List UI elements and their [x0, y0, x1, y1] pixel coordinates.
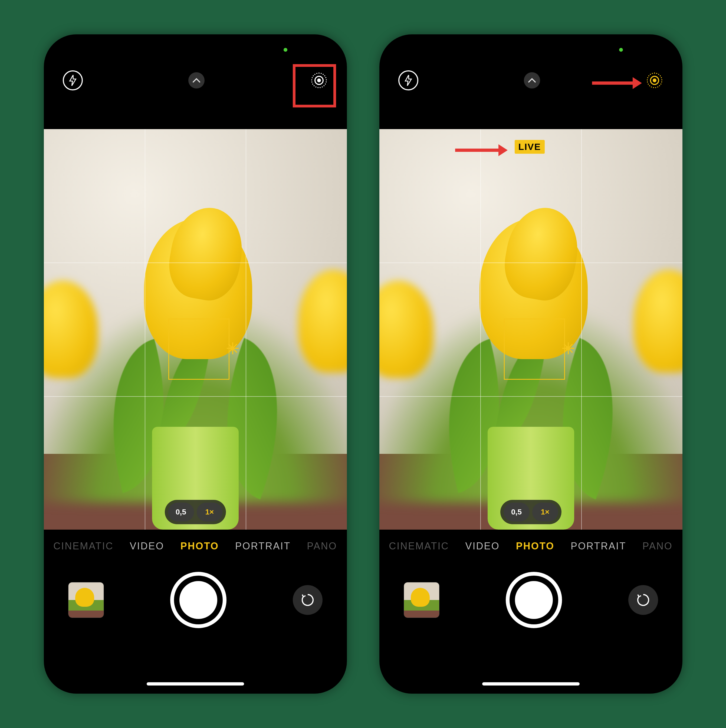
mode-cinematic[interactable]: CINEMATIC	[389, 540, 449, 552]
mode-pano[interactable]: PANO	[307, 540, 337, 552]
chevron-up-icon	[192, 78, 201, 83]
zoom-standard-button[interactable]: 1×	[532, 503, 558, 522]
mode-video[interactable]: VIDEO	[465, 540, 500, 552]
mode-video[interactable]: VIDEO	[130, 540, 164, 552]
home-indicator[interactable]	[482, 682, 579, 685]
live-photo-icon	[647, 72, 662, 88]
shutter-button[interactable]	[170, 572, 226, 628]
flash-toggle-button[interactable]	[398, 70, 418, 90]
camera-modes-row[interactable]: CINEMATIC VIDEO PHOTO PORTRAIT PANO	[379, 540, 682, 552]
camera-bottom-bar	[44, 567, 347, 632]
camera-flip-button[interactable]	[293, 585, 322, 615]
camera-flip-icon	[300, 592, 315, 607]
flash-toggle-button[interactable]	[63, 70, 83, 90]
zoom-standard-button[interactable]: 1×	[197, 503, 223, 522]
phone-right: LIVE 0,5 1× CINEMATIC	[379, 34, 682, 694]
camera-flip-button[interactable]	[628, 585, 658, 615]
home-indicator[interactable]	[147, 682, 244, 685]
camera-controls-expand-button[interactable]	[524, 72, 540, 89]
zoom-selector: 0,5 1×	[500, 500, 561, 524]
mode-photo[interactable]: PHOTO	[180, 540, 219, 552]
mode-portrait[interactable]: PORTRAIT	[235, 540, 290, 552]
shutter-button[interactable]	[506, 572, 562, 628]
mode-portrait[interactable]: PORTRAIT	[571, 540, 626, 552]
phone-left: 0,5 1× CINEMATIC VIDEO PHOTO PORTRAIT PA…	[44, 34, 347, 694]
recent-photo-thumbnail[interactable]	[68, 582, 104, 618]
viewfinder-content	[44, 129, 347, 530]
live-photo-icon	[311, 72, 327, 88]
flash-icon	[69, 75, 77, 86]
flash-icon	[404, 75, 413, 86]
live-photo-toggle-button-active[interactable]	[646, 72, 663, 89]
camera-top-bar	[379, 70, 682, 91]
zoom-selector: 0,5 1×	[165, 500, 226, 524]
camera-viewfinder[interactable]: 0,5 1×	[44, 129, 347, 530]
camera-bottom-bar	[379, 567, 682, 632]
live-badge: LIVE	[515, 140, 545, 154]
camera-controls-expand-button[interactable]	[188, 72, 205, 89]
chevron-up-icon	[528, 78, 536, 83]
camera-viewfinder[interactable]: LIVE 0,5 1×	[379, 129, 682, 530]
mode-photo[interactable]: PHOTO	[516, 540, 555, 552]
viewfinder-content	[379, 129, 682, 530]
live-photo-toggle-button[interactable]	[310, 72, 328, 89]
camera-flip-icon	[636, 592, 651, 607]
camera-indicator-dot	[619, 48, 623, 52]
mode-cinematic[interactable]: CINEMATIC	[53, 540, 113, 552]
mode-pano[interactable]: PANO	[642, 540, 673, 552]
zoom-wide-button[interactable]: 0,5	[168, 503, 194, 522]
zoom-wide-button[interactable]: 0,5	[504, 503, 530, 522]
camera-modes-row[interactable]: CINEMATIC VIDEO PHOTO PORTRAIT PANO	[44, 540, 347, 552]
camera-top-bar	[44, 70, 347, 91]
camera-indicator-dot	[284, 48, 287, 52]
recent-photo-thumbnail[interactable]	[404, 582, 439, 618]
